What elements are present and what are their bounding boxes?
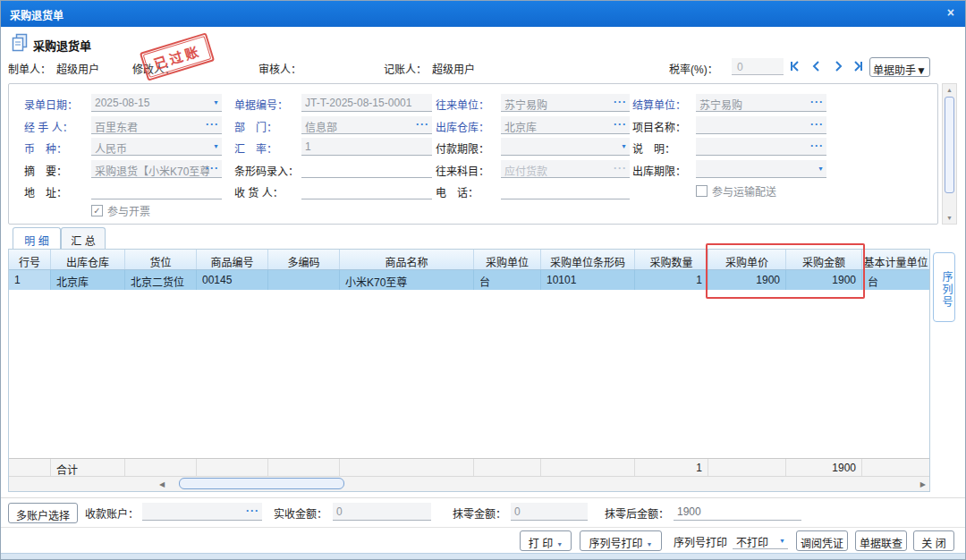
cell-unit-barcode[interactable]: 10101 xyxy=(541,270,635,290)
prev-record-icon[interactable] xyxy=(809,59,826,75)
bookkeeper-value: 超级用户 xyxy=(432,61,475,76)
phone-field[interactable] xyxy=(501,182,630,199)
purchase-return-window: 采购退货单 × 采购退货单 制单人： 超级用户 修改人： 审核人： 记账人： 超… xyxy=(0,0,966,560)
outbound-term-field[interactable]: ▼ xyxy=(696,160,826,178)
received-field[interactable]: 0 xyxy=(333,503,431,521)
total-spacer xyxy=(125,459,197,476)
cell-warehouse[interactable]: 北京库 xyxy=(51,270,125,290)
barcode-entry-field[interactable] xyxy=(301,160,432,178)
chevron-down-icon[interactable]: ▼ xyxy=(621,143,627,149)
exchange-rate-label: 汇 率： xyxy=(234,140,277,156)
col-header-line-no[interactable]: 行号 xyxy=(9,250,51,269)
scroll-right-icon[interactable]: ▶ xyxy=(920,480,926,488)
rounding-field[interactable]: 0 xyxy=(511,503,588,521)
serial-print-select[interactable]: 不打印▼ xyxy=(733,531,788,549)
col-header-amount[interactable]: 采购金额 xyxy=(786,250,862,269)
total-spacer xyxy=(862,459,929,476)
after-rounding-field[interactable]: 1900 xyxy=(674,503,801,521)
col-header-product-no[interactable]: 商品编号 xyxy=(197,250,268,269)
last-record-icon[interactable] xyxy=(851,59,867,75)
form-vertical-scrollbar[interactable]: ▲ ▼ xyxy=(942,83,957,225)
cell-amount[interactable]: 1900 xyxy=(786,270,862,290)
next-record-icon[interactable] xyxy=(831,59,847,75)
lookup-icon[interactable]: ··· xyxy=(206,118,219,131)
tab-summary[interactable]: 汇 总 xyxy=(61,227,106,249)
col-header-multi-code[interactable]: 多编码 xyxy=(268,250,340,269)
handler-field[interactable]: 百里东君··· xyxy=(91,116,222,134)
multi-account-button[interactable]: 多账户选择 xyxy=(8,503,78,523)
cell-unit-price[interactable]: 1900 xyxy=(708,270,786,290)
transport-checkbox[interactable]: 参与运输配送 xyxy=(696,183,776,199)
lookup-icon[interactable]: ··· xyxy=(614,96,627,108)
doc-link-button[interactable]: 单据联查 xyxy=(855,530,907,551)
cell-product-no[interactable]: 00145 xyxy=(197,270,268,290)
lookup-icon[interactable]: ··· xyxy=(206,162,219,174)
tax-rate-input[interactable]: 0 xyxy=(732,58,784,75)
chevron-down-icon[interactable]: ▼ xyxy=(213,99,219,106)
project-field[interactable]: ··· xyxy=(696,116,826,134)
first-record-icon[interactable] xyxy=(788,59,804,75)
warehouse-field[interactable]: 北京库··· xyxy=(501,116,630,134)
col-header-bin[interactable]: 货位 xyxy=(125,250,197,269)
chevron-down-icon[interactable]: ▼ xyxy=(213,143,219,149)
cell-unit[interactable]: 台 xyxy=(474,270,541,290)
col-header-qty[interactable]: 采购数量 xyxy=(635,250,708,269)
total-spacer xyxy=(197,459,268,476)
summary-label: 摘 要： xyxy=(24,163,67,178)
col-header-unit-barcode[interactable]: 采购单位条形码 xyxy=(541,250,635,269)
serial-print-label: 序列号打印 xyxy=(674,534,727,549)
close-icon[interactable]: × xyxy=(947,5,954,20)
serial-print-button[interactable]: 序列号打印▼ xyxy=(580,530,662,551)
cell-line-no[interactable]: 1 xyxy=(9,270,51,290)
account-subject-field[interactable]: 应付货款··· xyxy=(501,160,630,178)
close-button[interactable]: 关 闭 xyxy=(913,530,954,551)
record-date-field[interactable]: 2025-08-15▼ xyxy=(91,94,222,112)
cell-base-unit[interactable]: 台 xyxy=(862,270,929,290)
col-header-warehouse[interactable]: 出库仓库 xyxy=(51,250,125,269)
tab-serial-number[interactable]: 序列号 xyxy=(933,252,955,322)
lookup-icon[interactable]: ··· xyxy=(810,118,824,131)
payment-term-field[interactable]: ▼ xyxy=(501,138,630,156)
lookup-icon[interactable]: ··· xyxy=(810,140,824,152)
settle-unit-field[interactable]: 苏宁易购··· xyxy=(696,94,826,112)
receiver-field[interactable] xyxy=(301,182,432,199)
table-row[interactable]: 1 北京库 北京二货位 00145 小米K70至尊 台 10101 1 1900… xyxy=(9,270,929,290)
scrollbar-thumb[interactable] xyxy=(179,478,344,489)
scroll-up-icon[interactable]: ▲ xyxy=(943,87,956,93)
invoice-checkbox[interactable]: ✓参与开票 xyxy=(91,203,150,218)
remark-field[interactable]: ··· xyxy=(696,138,826,156)
col-header-base-unit[interactable]: 基本计量单位 xyxy=(862,250,929,269)
lookup-icon[interactable]: ··· xyxy=(246,505,259,517)
col-header-unit[interactable]: 采购单位 xyxy=(474,250,541,269)
cell-product-name[interactable]: 小米K70至尊 xyxy=(340,270,474,290)
account-field[interactable]: ··· xyxy=(142,503,262,521)
lookup-icon[interactable]: ··· xyxy=(416,118,429,131)
cell-bin[interactable]: 北京二货位 xyxy=(125,270,197,290)
lookup-icon[interactable]: ··· xyxy=(810,96,824,108)
department-field[interactable]: 信息部··· xyxy=(301,116,432,134)
grid-horizontal-scrollbar[interactable]: ◀ ▶ xyxy=(9,476,929,491)
col-header-product-name[interactable]: 商品名称 xyxy=(340,250,474,269)
address-label: 地 址： xyxy=(24,184,67,199)
account-subject-label: 往来科目： xyxy=(436,163,489,178)
summary-field[interactable]: 采购退货【小米K70至尊··· xyxy=(91,160,222,178)
chevron-down-icon[interactable]: ▼ xyxy=(818,165,824,172)
col-header-unit-price[interactable]: 采购单价 xyxy=(708,250,786,269)
lookup-icon[interactable]: ··· xyxy=(614,162,627,174)
exchange-rate-field[interactable]: 1 xyxy=(301,138,432,156)
doc-no-field[interactable]: JT-T-2025-08-15-0001 xyxy=(301,94,432,112)
cell-qty[interactable]: 1 xyxy=(635,270,708,290)
counterparty-field[interactable]: 苏宁易购··· xyxy=(501,94,630,112)
address-field[interactable] xyxy=(91,182,222,199)
maker-label: 制单人： xyxy=(8,61,51,76)
tab-detail[interactable]: 明 细 xyxy=(13,227,61,249)
scroll-down-icon[interactable]: ▼ xyxy=(943,215,956,221)
view-voucher-button[interactable]: 调阅凭证 xyxy=(796,530,848,551)
scrollbar-thumb[interactable] xyxy=(945,97,954,193)
cell-multi-code[interactable] xyxy=(268,270,340,290)
doc-assistant-button[interactable]: 单据助手▼ xyxy=(869,57,930,77)
currency-field[interactable]: 人民币▼ xyxy=(91,138,222,156)
lookup-icon[interactable]: ··· xyxy=(614,118,627,131)
scroll-left-icon[interactable]: ◀ xyxy=(159,480,165,488)
print-button[interactable]: 打 印▼ xyxy=(520,530,572,551)
